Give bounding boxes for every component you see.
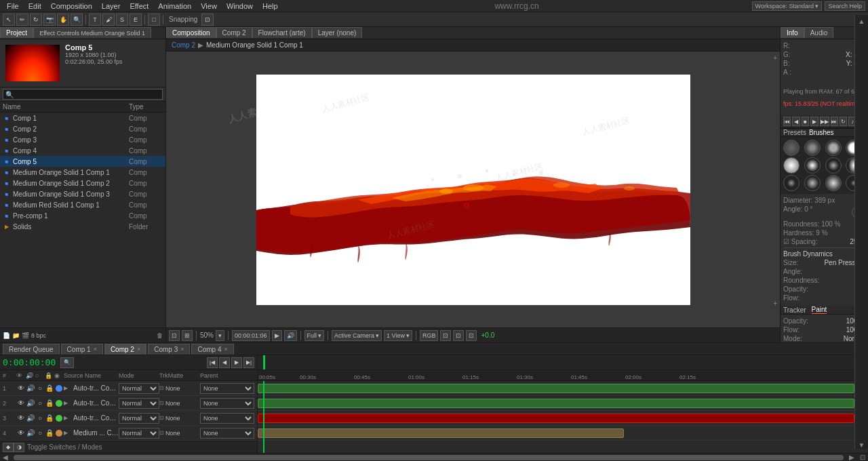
tl-scroll-left-btn[interactable]: ◀	[0, 454, 11, 461]
lr-audio-3[interactable]: 🔊	[26, 414, 35, 422]
tool-brush[interactable]: 🖌	[102, 14, 115, 26]
tool-eraser[interactable]: E	[130, 14, 142, 26]
tool-text[interactable]: T	[89, 14, 101, 26]
lr-eye-1[interactable]: 👁	[16, 384, 26, 392]
file-item-comp4[interactable]: ■ Comp 4 Comp	[0, 145, 165, 156]
breadcrumb-comp2[interactable]: Comp 2	[172, 41, 195, 49]
tl-tab-render-queue[interactable]: Render Queue	[3, 344, 60, 355]
menu-composition[interactable]: Composition	[47, 0, 96, 12]
layer-row-2[interactable]: 2 👁 🔊 ○ 🔒 ▶ Auto-tr... Comp 1 Normal ⊡ N…	[0, 396, 257, 411]
lr-mode-2[interactable]: Normal	[119, 398, 159, 409]
tl-prev-btn[interactable]: ◀	[219, 357, 230, 368]
tab-flowchart[interactable]: Flowchart (arte)	[252, 27, 312, 38]
lr-parent-4[interactable]: None	[200, 428, 254, 439]
lr-parent-select-1[interactable]: None	[200, 383, 254, 394]
track-row-3[interactable]	[258, 411, 868, 426]
preview-prev-btn[interactable]: ◀	[792, 117, 800, 126]
close-comp3-btn[interactable]: ×	[180, 346, 184, 353]
delete-btn[interactable]: 🗑	[157, 332, 163, 339]
layer-row-1[interactable]: 1 👁 🔊 ○ 🔒 ▶ Auto-tr... Comp 1 Normal ⊡ N…	[0, 381, 257, 396]
comp-viewer[interactable]: 人人素材社区 人人素材社区 人人素材社区 人人素材社区 人人素材社区 人人素材社…	[166, 52, 780, 327]
brush-swatch-1[interactable]	[783, 140, 800, 156]
workspace-selector[interactable]: Workspace: Standard ▾	[752, 1, 823, 11]
lr-mode-select-3[interactable]: Normal	[119, 413, 159, 424]
tool-hand[interactable]: ✋	[57, 14, 69, 26]
tl-tab-comp1[interactable]: Comp 1 ×	[61, 344, 103, 355]
file-item-precomp1[interactable]: ■ Pre-comp 1 Comp	[0, 210, 165, 221]
file-item-mos1c3[interactable]: ■ Medium Orange Solid 1 Comp 3 Comp	[0, 188, 165, 199]
tl-search-btn[interactable]: 🔍	[60, 357, 74, 368]
lr-lock-2[interactable]: 🔒	[45, 399, 54, 407]
camera-dropdown[interactable]: Active Camera ▾	[332, 330, 382, 341]
lr-solo-3[interactable]: ○	[35, 414, 45, 422]
file-item-comp5[interactable]: ■ Comp 5 Comp	[0, 156, 165, 167]
new-folder-btn[interactable]: 📁	[12, 332, 20, 339]
region-btn[interactable]: ⊡	[466, 330, 477, 341]
tl-timecode[interactable]: 0:00:00:00	[3, 357, 56, 367]
lr-lock-4[interactable]: 🔒	[45, 429, 54, 437]
tool-shape[interactable]: □	[148, 14, 160, 26]
lr-expand-4[interactable]: ▶	[64, 430, 73, 436]
lr-mode-1[interactable]: Normal	[119, 383, 159, 394]
transparency-btn[interactable]: ⊡	[440, 330, 451, 341]
brushes-tab[interactable]: Brushes	[809, 129, 834, 136]
preview-loop-btn[interactable]: ↻	[840, 117, 847, 126]
close-comp1-btn[interactable]: ×	[94, 346, 97, 353]
tl-scroll-bar[interactable]	[14, 455, 844, 460]
tl-tab-comp3[interactable]: Comp 3 ×	[148, 344, 190, 355]
lr-audio-1[interactable]: 🔊	[26, 384, 35, 392]
tl-motion-blur-btn[interactable]: ◑	[14, 443, 24, 452]
tool-clone[interactable]: S	[116, 14, 128, 26]
reset-exposure-btn[interactable]: ⊡	[169, 330, 180, 341]
file-item-comp1[interactable]: ■ Comp 1 Comp	[0, 113, 165, 123]
lr-solo-2[interactable]: ○	[35, 399, 45, 407]
tool-zoom[interactable]: 🔍	[71, 14, 83, 26]
tl-tab-comp2[interactable]: Comp 2 ×	[104, 344, 146, 355]
tab-info[interactable]: Info	[781, 27, 804, 38]
tool-camera[interactable]: 📷	[43, 14, 56, 26]
tl-first-frame-btn[interactable]: |◀	[207, 357, 218, 368]
lr-eye-4[interactable]: 👁	[16, 429, 26, 437]
file-item-comp2[interactable]: ■ Comp 2 Comp	[0, 123, 165, 134]
lr-lock-3[interactable]: 🔒	[45, 414, 54, 422]
grid-btn[interactable]: ⊞	[182, 330, 193, 341]
preview-last-btn[interactable]: ⏭	[831, 117, 838, 126]
lr-mode-select-4[interactable]: Normal	[119, 428, 159, 439]
tab-project[interactable]: Project	[0, 27, 33, 38]
lr-audio-4[interactable]: 🔊	[26, 429, 35, 437]
preview-stop-btn[interactable]: ■	[802, 117, 809, 126]
tab-composition[interactable]: Composition	[166, 27, 216, 38]
tracker-tab[interactable]: Tracker	[783, 306, 806, 314]
zoom-dropdown[interactable]: ▾	[216, 330, 224, 341]
lr-expand-2[interactable]: ▶	[64, 400, 73, 406]
lr-solo-1[interactable]: ○	[35, 384, 45, 392]
timecode-display[interactable]: 00:00:01:06	[232, 330, 270, 341]
lr-mode-select-2[interactable]: Normal	[119, 398, 159, 409]
tool-select[interactable]: ↖	[3, 14, 15, 26]
lr-mode-4[interactable]: Normal	[119, 428, 159, 439]
menu-layer[interactable]: Layer	[98, 0, 125, 12]
lr-eye-2[interactable]: 👁	[16, 399, 26, 407]
new-comp-btn[interactable]: 🎬	[22, 332, 29, 339]
presets-tab[interactable]: Presets	[783, 129, 806, 136]
lr-parent-3[interactable]: None	[200, 413, 254, 424]
preview-play-btn[interactable]: ▶	[810, 117, 818, 126]
tab-layer[interactable]: Layer (none)	[312, 27, 363, 38]
brush-swatch-3[interactable]	[825, 140, 842, 156]
lr-expand-1[interactable]: ▶	[64, 385, 73, 391]
paint-tab[interactable]: Paint	[812, 306, 827, 314]
tab-comp2[interactable]: Comp 2	[216, 27, 252, 38]
file-item-mrs1c1[interactable]: ■ Medium Red Solid 1 Comp 1 Comp	[0, 199, 165, 210]
file-item-mos1c2[interactable]: ■ Medium Orange Solid 1 Comp 2 Comp	[0, 178, 165, 188]
lr-parent-1[interactable]: None	[200, 383, 254, 394]
channel-btn[interactable]: RGB	[420, 330, 439, 341]
lr-audio-2[interactable]: 🔊	[26, 399, 35, 407]
snapping-toggle[interactable]: ⊡	[201, 14, 214, 26]
tool-pen[interactable]: ✏	[16, 14, 28, 26]
pixel-aspect-btn[interactable]: ⊡	[453, 330, 464, 341]
tl-scroll-right-btn2[interactable]: ▼	[859, 441, 865, 449]
track-row-4[interactable]	[258, 426, 868, 441]
layer-row-3[interactable]: 3 👁 🔊 ○ 🔒 ▶ Auto-tr... Comp 1 Normal ⊡ N…	[0, 411, 257, 426]
menu-window[interactable]: Window	[222, 0, 257, 12]
interpret-footage-btn[interactable]: 📄	[3, 332, 10, 339]
